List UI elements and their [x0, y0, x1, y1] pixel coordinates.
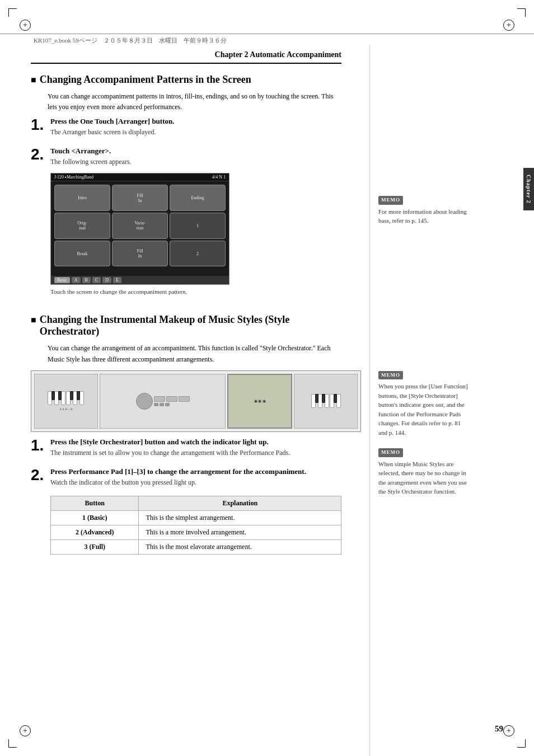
memo3-icon: MEMO	[378, 448, 403, 457]
crop-mark-tl	[8, 8, 17, 17]
table-cell-button-3: 3 (Full)	[51, 539, 139, 554]
arr-footer: Basic A B C D E	[51, 276, 229, 284]
table-row: 2 (Advanced) This is a more involved arr…	[51, 525, 341, 539]
arr-footer-basic[interactable]: Basic	[54, 277, 70, 283]
memo1-label: MEMO	[378, 196, 470, 205]
section2-step-2-content: Press Performance Pad [1]–[3] to change …	[50, 467, 341, 555]
memo2-text: When you press the [User Function] butto…	[378, 382, 470, 437]
kbd-pad-group	[154, 396, 190, 406]
memo3-label: MEMO	[378, 448, 470, 457]
section2-step-1-description: The instrument is set to allow you to ch…	[50, 449, 341, 457]
arr-title: J·120 ▪MarchingBand	[54, 175, 93, 180]
reg-mark-tr	[503, 20, 514, 31]
table-cell-button-1: 1 (Basic)	[51, 510, 139, 525]
arr-body: Intro FillIn Ending 1 Orig-inal Varia-ti…	[51, 181, 229, 270]
arr-btn-break[interactable]: Break	[54, 241, 110, 267]
kbd-pad[interactable]	[166, 396, 177, 402]
kbd-pad[interactable]	[154, 396, 165, 402]
kbd-section-left: ā ā ā—ā	[34, 374, 98, 429]
arr-footer-d[interactable]: D	[102, 277, 111, 283]
kbd-section-mid	[100, 374, 226, 429]
memo1-box: MEMO For more information about leading …	[378, 196, 470, 226]
step-1-instruction: Press the One Touch [Arranger] button.	[50, 117, 341, 126]
section2-heading: Changing the Instrumental Makeup of Musi…	[31, 314, 341, 337]
section2-intro: You can change the arrangement of an acc…	[31, 343, 341, 364]
arr-btn-vari[interactable]: Varia-tion	[112, 213, 168, 239]
arr-btn-ending[interactable]: Ending	[170, 185, 226, 211]
kbd-pad-sm[interactable]	[160, 403, 164, 406]
memo2-box: MEMO When you press the [User Function] …	[378, 371, 470, 438]
arr-btn-intro[interactable]: Intro	[54, 185, 110, 211]
memo1-icon: MEMO	[378, 196, 403, 205]
page-layout: Chapter 2 Automatic Accompaniment Changi…	[0, 45, 534, 756]
table-cell-button-2: 2 (Advanced)	[51, 525, 139, 539]
section2-step-number-1: 1.	[31, 438, 45, 453]
kbd-key	[79, 391, 84, 405]
reg-mark-tl	[20, 20, 31, 31]
step-2-instruction: Touch <Arranger>.	[50, 147, 341, 156]
kbd-key-black	[334, 394, 337, 403]
chapter-heading: Chapter 2 Automatic Accompaniment	[31, 50, 341, 64]
kbd-section-display: ◉ ◉ ◉	[227, 374, 292, 429]
kbd-keys-right	[311, 394, 341, 408]
table-cell-explanation-3: This is the most elavorate arrangement.	[139, 539, 341, 554]
arranger-screen: J·120 ▪MarchingBand 4/4 N 1 Intro FillIn…	[51, 173, 229, 284]
section2-step-1: 1. Press the [Style Orchestrator] button…	[31, 438, 341, 461]
table-row: 1 (Basic) This is the simplest arrangeme…	[51, 510, 341, 525]
kbd-label-left: ā ā ā—ā	[59, 407, 72, 411]
step-number-2: 2.	[31, 147, 45, 162]
kbd-key-black	[70, 391, 73, 400]
kbd-controls	[136, 393, 190, 410]
step-1: 1. Press the One Touch [Arranger] button…	[31, 117, 341, 140]
header-text: KR107_e.book 59ページ ２０５年８月３日 水曜日 午前９時３６分	[34, 36, 227, 45]
arr-footer-b[interactable]: B	[82, 277, 91, 283]
section2-step-2: 2. Press Performance Pad [1]–[3] to chan…	[31, 467, 341, 555]
table-row: 3 (Full) This is the most elavorate arra…	[51, 539, 341, 554]
kbd-section-right	[294, 374, 358, 429]
arr-btn-fill2[interactable]: FillIn	[112, 241, 168, 267]
memo1-text: For more information about leading bass,…	[378, 207, 470, 226]
kbd-key-black	[322, 394, 325, 403]
arr-footer-e[interactable]: E	[113, 277, 121, 283]
memo3-spacer: MEMO When simple Music Styles are select…	[378, 448, 470, 496]
section1-intro: You can change accompaniment patterns in…	[31, 91, 341, 112]
kbd-keys-left	[48, 391, 84, 405]
table-header-explanation: Explanation	[139, 496, 341, 510]
arr-btn-1b[interactable]: 1	[170, 213, 226, 239]
arr-header: J·120 ▪MarchingBand 4/4 N 1	[51, 173, 229, 181]
arr-btn-orig[interactable]: Orig-inal	[54, 213, 110, 239]
arr-btn-fill[interactable]: FillIn	[112, 185, 168, 211]
kbd-key-black	[315, 394, 318, 403]
step-2-content: Touch <Arranger>. The following screen a…	[50, 147, 341, 303]
arr-footer-a[interactable]: A	[72, 277, 81, 283]
crop-mark-tr	[517, 8, 526, 17]
kbd-pads-top	[154, 396, 190, 402]
section2-step-1-content: Press the [Style Orchestrator] button an…	[50, 438, 341, 461]
section2: Changing the Instrumental Makeup of Musi…	[31, 314, 341, 554]
arr-btn-2b[interactable]: 2	[170, 241, 226, 267]
section2-step-2-description: Watch the indicator of the button you pr…	[50, 478, 341, 487]
kbd-pad[interactable]	[179, 396, 190, 402]
kbd-key	[325, 394, 329, 408]
keyboard-diagram: ā ā ā—ā	[31, 370, 361, 432]
section2-step-2-instruction: Press Performance Pad [1]–[3] to change …	[50, 467, 341, 476]
memo2-spacer: MEMO When you press the [User Function] …	[378, 371, 470, 438]
arr-meter: 4/4 N 1	[212, 175, 226, 180]
sidebar: MEMO For more information about leading …	[369, 45, 481, 756]
step-2: 2. Touch <Arranger>. The following scree…	[31, 147, 341, 303]
memo2-icon: MEMO	[378, 371, 403, 380]
kbd-key	[61, 391, 65, 405]
step-2-description: The following screen appears.	[50, 158, 341, 166]
kbd-key-black	[77, 391, 80, 400]
main-content: Chapter 2 Automatic Accompaniment Changi…	[0, 45, 369, 756]
kbd-pad-sm[interactable]	[154, 403, 158, 406]
kbd-key-black	[51, 391, 55, 400]
kbd-pad-sm[interactable]	[165, 403, 170, 406]
kbd-display: ◉ ◉ ◉	[253, 398, 268, 405]
section2-step-1-instruction: Press the [Style Orchestrator] button an…	[50, 438, 341, 447]
memo3-text: When simple Music Styles are selected, t…	[378, 459, 470, 496]
section2-step-number-2: 2.	[31, 467, 45, 483]
arr-footer-c[interactable]: C	[92, 277, 101, 283]
table-cell-explanation-1: This is the simplest arrangement.	[139, 510, 341, 525]
style-orch-knob[interactable]	[136, 393, 153, 410]
